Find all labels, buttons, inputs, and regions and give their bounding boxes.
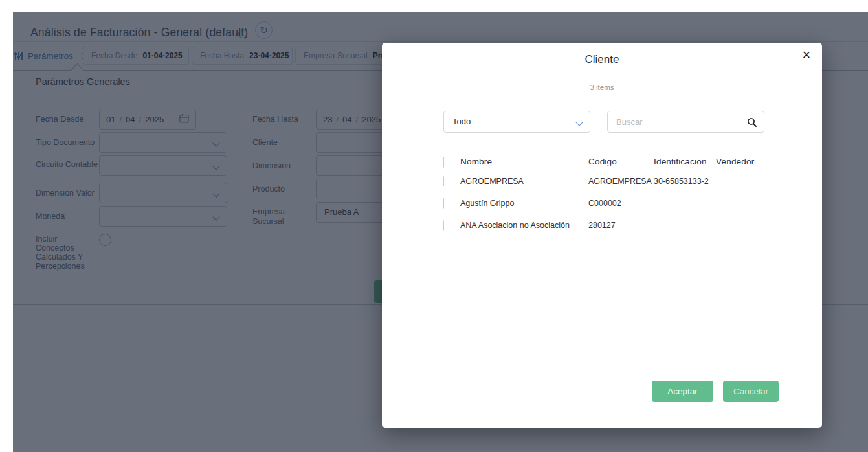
table-row[interactable]: ANA Asociacion no Asociación 280127	[443, 214, 762, 236]
cell-codigo: 280127	[588, 221, 654, 230]
col-vendedor: Vendedor	[716, 157, 762, 166]
row-checkbox[interactable]	[443, 220, 444, 231]
cell-nombre: Agustín Grippo	[460, 199, 588, 208]
cell-identificacion: 30-65853133-2	[654, 177, 716, 186]
cell-nombre: AGROEMPRESA	[460, 177, 588, 186]
aceptar-button[interactable]: Aceptar	[652, 381, 713, 402]
cell-codigo: C000002	[588, 199, 654, 208]
dialog-footer-divider	[382, 374, 822, 374]
page: Análisis de Facturación - General (defau…	[0, 0, 868, 452]
table-row[interactable]: AGROEMPRESA AGROEMPRESA 30-65853133-2	[443, 170, 762, 192]
col-identificacion: Identificacion	[654, 157, 716, 166]
filter-dropdown-value: Todo	[452, 117, 471, 126]
cliente-table: Nombre Codigo Identificacion Vendedor AG…	[443, 153, 762, 236]
cell-codigo: AGROEMPRESA	[588, 177, 654, 186]
row-checkbox[interactable]	[443, 176, 444, 186]
dialog-title: Cliente	[382, 53, 822, 66]
close-icon[interactable]: ×	[799, 47, 814, 63]
chevron-down-icon	[575, 119, 583, 126]
col-codigo: Codigo	[588, 157, 654, 166]
filter-dropdown[interactable]: Todo	[443, 111, 590, 133]
search-field	[607, 111, 764, 133]
col-nombre: Nombre	[460, 157, 588, 166]
cliente-dialog: Cliente × 3 items Todo Nombre Codigo Ide…	[382, 43, 822, 428]
search-input[interactable]	[608, 111, 764, 132]
table-row[interactable]: Agustín Grippo C000002	[443, 192, 762, 214]
row-checkbox[interactable]	[443, 198, 444, 209]
items-count: 3 items	[382, 84, 822, 91]
cancelar-button[interactable]: Cancelar	[723, 381, 779, 402]
select-all-checkbox[interactable]	[443, 157, 444, 168]
cell-nombre: ANA Asociacion no Asociación	[460, 221, 588, 230]
table-header-row: Nombre Codigo Identificacion Vendedor	[443, 153, 762, 170]
search-icon[interactable]	[747, 117, 757, 128]
